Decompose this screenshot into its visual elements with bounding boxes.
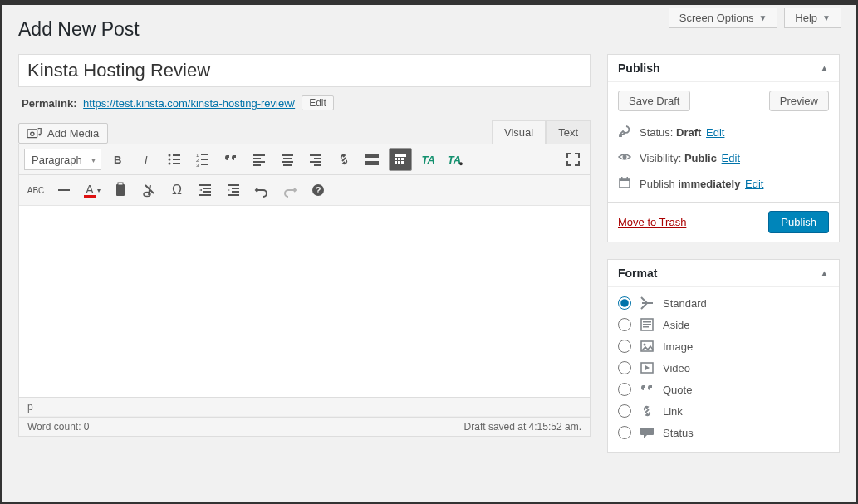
- format-radio-quote[interactable]: [618, 383, 631, 396]
- post-title-input[interactable]: [18, 54, 591, 87]
- format-option-status[interactable]: Status: [618, 422, 829, 443]
- paste-text-button[interactable]: [109, 179, 132, 202]
- read-more-button[interactable]: [360, 148, 384, 171]
- svg-rect-18: [253, 164, 261, 166]
- svg-rect-10: [201, 154, 208, 155]
- svg-rect-35: [398, 161, 400, 164]
- format-label: Image: [663, 340, 693, 353]
- svg-rect-54: [621, 177, 623, 179]
- video-icon: [640, 360, 655, 375]
- editor-toolbar-row2: ABC A▾ Ω ?: [19, 175, 590, 206]
- format-box-title: Format: [618, 267, 657, 280]
- align-center-button[interactable]: [276, 148, 299, 171]
- publish-button[interactable]: Publish: [768, 211, 829, 233]
- strikethrough-button[interactable]: ABC: [24, 179, 47, 202]
- svg-rect-24: [314, 158, 321, 159]
- number-list-button[interactable]: 123: [191, 148, 214, 171]
- svg-rect-27: [365, 154, 379, 158]
- svg-text:?: ?: [316, 185, 321, 195]
- thrive-a-button[interactable]: TA: [417, 148, 440, 171]
- format-label: Aside: [663, 319, 690, 331]
- format-option-video[interactable]: Video: [618, 357, 829, 379]
- special-char-button[interactable]: Ω: [165, 179, 189, 202]
- draft-saved: Draft saved at 4:15:52 am.: [456, 418, 590, 436]
- outdent-button[interactable]: [194, 179, 217, 202]
- svg-rect-48: [228, 194, 239, 196]
- status-edit-link[interactable]: Edit: [706, 126, 724, 139]
- thrive-a-plus-button[interactable]: TA●: [445, 148, 468, 171]
- help-label: Help: [795, 12, 817, 24]
- svg-rect-58: [643, 324, 651, 325]
- format-box-header[interactable]: Format ▲: [608, 260, 839, 287]
- svg-rect-33: [401, 158, 404, 160]
- svg-rect-59: [643, 326, 649, 328]
- svg-rect-42: [203, 188, 211, 189]
- editor-path: p: [19, 398, 590, 417]
- format-radio-link[interactable]: [618, 404, 631, 418]
- format-label: Link: [663, 405, 683, 418]
- word-count: Word count: 0: [19, 418, 98, 436]
- italic-button[interactable]: I: [135, 148, 158, 171]
- bullet-list-button[interactable]: [163, 148, 186, 171]
- content-editor[interactable]: [19, 206, 590, 397]
- fullscreen-button[interactable]: [561, 148, 585, 171]
- svg-rect-14: [201, 164, 208, 165]
- permalink-edit-button[interactable]: Edit: [302, 95, 334, 110]
- keyboard-help-button[interactable]: ?: [306, 179, 330, 202]
- move-to-trash-link[interactable]: Move to Trash: [618, 216, 686, 228]
- add-media-button[interactable]: Add Media: [18, 123, 108, 144]
- visibility-edit-link[interactable]: Edit: [722, 152, 740, 164]
- toolbar-toggle-button[interactable]: [389, 148, 412, 171]
- tab-text[interactable]: Text: [546, 120, 591, 144]
- svg-rect-45: [228, 184, 239, 186]
- svg-rect-46: [232, 188, 239, 189]
- format-label: Video: [663, 362, 690, 374]
- format-option-aside[interactable]: Aside: [618, 314, 829, 335]
- save-draft-button[interactable]: Save Draft: [618, 91, 690, 111]
- link-icon: [640, 404, 655, 418]
- triangle-up-icon: ▲: [820, 268, 829, 278]
- svg-rect-28: [365, 159, 379, 159]
- screen-options-tab[interactable]: Screen Options ▼: [669, 8, 778, 28]
- format-radio-standard[interactable]: [618, 296, 631, 310]
- format-option-standard[interactable]: Standard: [618, 292, 829, 314]
- publish-box-title: Publish: [618, 61, 660, 75]
- schedule-edit-link[interactable]: Edit: [745, 178, 763, 190]
- format-radio-image[interactable]: [618, 340, 631, 353]
- redo-button[interactable]: [278, 179, 302, 202]
- editor-toolbar-row1: Paragraph B I 123 TA TA●: [19, 144, 590, 175]
- format-radio-video[interactable]: [618, 361, 631, 374]
- permalink-url[interactable]: https://test.kinsta.com/kinsta-hosting-r…: [83, 97, 295, 110]
- quote-icon: [640, 382, 655, 397]
- align-right-button[interactable]: [304, 148, 327, 171]
- tab-visual[interactable]: Visual: [492, 120, 546, 144]
- format-radio-status[interactable]: [618, 426, 631, 439]
- image-icon: [640, 339, 655, 354]
- text-color-button[interactable]: A▾: [81, 179, 104, 202]
- blockquote-button[interactable]: [219, 148, 243, 171]
- preview-button[interactable]: Preview: [769, 91, 829, 111]
- link-button[interactable]: [332, 148, 355, 171]
- hr-button[interactable]: [52, 179, 76, 202]
- svg-rect-29: [365, 161, 379, 165]
- format-label: Status: [663, 427, 694, 439]
- svg-rect-16: [253, 158, 261, 159]
- svg-rect-41: [199, 184, 211, 186]
- svg-rect-15: [253, 154, 265, 156]
- format-option-quote[interactable]: Quote: [618, 379, 829, 400]
- format-option-image[interactable]: Image: [618, 335, 829, 357]
- publish-box-header[interactable]: Publish ▲: [608, 55, 839, 82]
- format-select[interactable]: Paragraph: [24, 149, 101, 170]
- format-option-link[interactable]: Link: [618, 400, 829, 422]
- help-tab[interactable]: Help ▼: [784, 8, 841, 28]
- indent-button[interactable]: [222, 179, 245, 202]
- align-left-button[interactable]: [248, 148, 271, 171]
- bold-button[interactable]: B: [106, 148, 130, 171]
- format-radio-aside[interactable]: [618, 318, 631, 331]
- key-icon: [618, 125, 631, 140]
- svg-rect-21: [282, 161, 293, 163]
- svg-rect-44: [199, 194, 211, 196]
- aside-icon: [640, 317, 655, 332]
- clear-formatting-button[interactable]: [137, 179, 160, 202]
- undo-button[interactable]: [250, 179, 273, 202]
